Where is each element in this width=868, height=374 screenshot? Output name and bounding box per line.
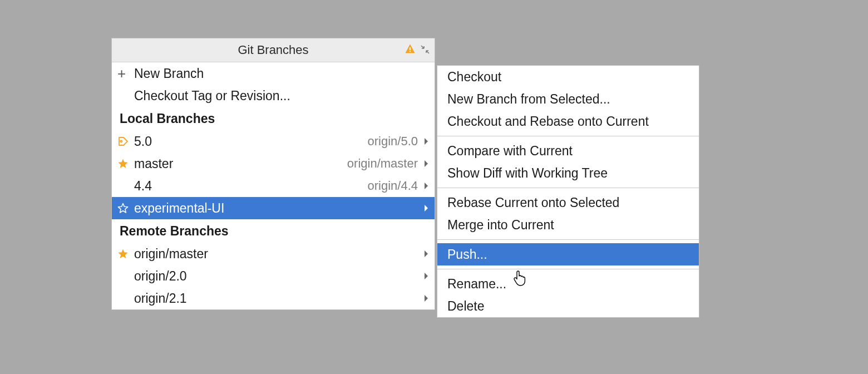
tracking-branch: origin/5.0 [367, 134, 420, 149]
submenu-arrow-icon [420, 137, 429, 145]
submenu-arrow-icon [420, 160, 429, 168]
branch-name: 5.0 [134, 134, 367, 149]
warning-icon[interactable] [405, 43, 416, 58]
remote-branch-item[interactable]: origin/2.0 [112, 265, 435, 287]
remote-branches-header: Remote Branches [112, 219, 435, 243]
popup-title-bar: Git Branches [112, 38, 435, 62]
branch-name: 4.4 [134, 179, 367, 194]
git-branches-popup: Git Branches + New Branch Checkout [111, 38, 435, 310]
branch-name: origin/2.1 [134, 291, 420, 306]
remote-branch-item[interactable]: origin/2.1 [112, 287, 435, 309]
menu-item[interactable]: Rebase Current onto Selected [437, 191, 699, 214]
star-full-icon [117, 158, 134, 169]
local-branch-item[interactable]: 4.4origin/4.4 [112, 175, 435, 197]
menu-separator [437, 136, 699, 136]
local-branch-item[interactable]: experimental-UI [112, 197, 435, 219]
menu-separator [437, 188, 699, 188]
checkout-tag-action[interactable]: Checkout Tag or Revision... [112, 85, 435, 107]
local-branch-item[interactable]: masterorigin/master [112, 152, 435, 175]
collapse-icon[interactable] [420, 43, 430, 58]
menu-separator [437, 239, 699, 240]
tracking-branch: origin/4.4 [367, 179, 420, 193]
submenu-arrow-icon [420, 272, 429, 280]
submenu-arrow-icon [420, 204, 429, 212]
tracking-branch: origin/master [347, 156, 420, 171]
local-branches-list: 5.0origin/5.0masterorigin/master4.4origi… [112, 130, 435, 219]
svg-rect-0 [410, 47, 411, 50]
tag-icon [117, 136, 134, 147]
submenu-arrow-icon [420, 250, 429, 258]
svg-rect-1 [410, 51, 411, 52]
branch-name: master [134, 156, 347, 171]
new-branch-label: New Branch [134, 66, 429, 81]
menu-item[interactable]: Checkout [437, 66, 699, 88]
new-branch-action[interactable]: + New Branch [112, 62, 435, 85]
star-full-icon [117, 248, 134, 259]
local-branch-item[interactable]: 5.0origin/5.0 [112, 130, 435, 152]
branch-name: origin/2.0 [134, 269, 420, 284]
menu-item[interactable]: Show Diff with Working Tree [437, 162, 699, 184]
submenu-arrow-icon [420, 182, 429, 190]
remote-branch-item[interactable]: origin/master [112, 243, 435, 265]
branch-name: origin/master [134, 247, 420, 262]
plus-icon: + [117, 66, 134, 81]
menu-separator [437, 269, 699, 269]
submenu-arrow-icon [420, 294, 429, 302]
menu-item[interactable]: Merge into Current [437, 214, 699, 236]
remote-branches-list: origin/masterorigin/2.0origin/2.1 [112, 243, 435, 309]
star-empty-icon [117, 203, 134, 214]
menu-item[interactable]: New Branch from Selected... [437, 88, 699, 110]
branch-name: experimental-UI [134, 201, 420, 216]
svg-point-2 [120, 140, 122, 142]
menu-item[interactable]: Push... [437, 243, 699, 265]
menu-item[interactable]: Compare with Current [437, 140, 699, 162]
checkout-tag-label: Checkout Tag or Revision... [134, 88, 429, 104]
branch-context-submenu: CheckoutNew Branch from Selected...Check… [437, 65, 699, 318]
menu-item[interactable]: Delete [437, 295, 699, 317]
local-branches-header: Local Branches [112, 107, 435, 130]
menu-item[interactable]: Rename... [437, 273, 699, 295]
menu-item[interactable]: Checkout and Rebase onto Current [437, 110, 699, 132]
popup-title: Git Branches [238, 43, 308, 57]
